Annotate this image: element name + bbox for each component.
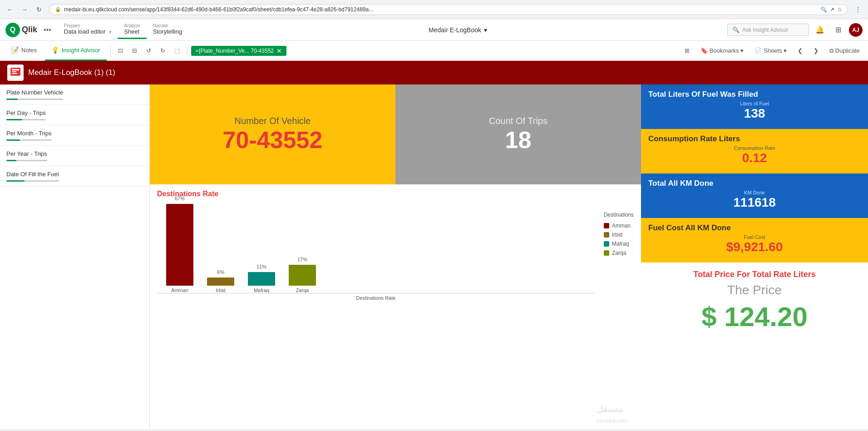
redo-button[interactable]: ↻ bbox=[157, 45, 169, 56]
browser-actions: ⋮ bbox=[852, 3, 864, 16]
url-text: medair-bi.eu.qlikcloud.com/sense/app/143… bbox=[64, 6, 818, 13]
filter-per-day[interactable]: Per Day - Trips bbox=[0, 105, 149, 125]
kpi-consumption-sub: Consumption Rate bbox=[648, 145, 861, 151]
search-icon: 🔍 bbox=[732, 26, 740, 33]
qlik-logo: Q Qlik bbox=[5, 23, 37, 37]
chart-x-label: Destinations Rate bbox=[157, 295, 595, 301]
bar-zarqa: 17% Zarqa bbox=[289, 265, 316, 293]
sidebar: Plate Number Vehicle Per Day - Trips Per… bbox=[0, 84, 150, 429]
filter-per-year[interactable]: Per Year - Trips bbox=[0, 146, 149, 166]
search-icon: 🔍 bbox=[820, 6, 827, 13]
selection-clear-button[interactable]: ✕ bbox=[276, 47, 282, 54]
kpi-consumption-value: 0.12 bbox=[648, 151, 861, 168]
lasso-select-button[interactable]: ⊡ bbox=[114, 45, 127, 56]
filter-per-month[interactable]: Per Month - Trips bbox=[0, 125, 149, 146]
total-price-value: $ 124.20 bbox=[648, 301, 861, 332]
selection-badge[interactable]: ={Plate_Number_Ve... 70-43552 ✕ bbox=[191, 46, 286, 56]
svg-rect-2 bbox=[12, 71, 16, 72]
vehicle-panel: Number Of Vehicle 70-43552 bbox=[150, 84, 395, 184]
browser-nav: ← → ↻ bbox=[4, 3, 45, 16]
undo-button[interactable]: ↺ bbox=[143, 45, 155, 56]
grid-toggle-button[interactable]: ⊞ bbox=[681, 45, 693, 56]
chart-bars: 67% Amman 6% Irbid bbox=[157, 203, 595, 293]
legend-irbid: Irbid bbox=[604, 232, 634, 238]
notes-icon: 📝 bbox=[11, 46, 19, 54]
toolbar-divider-1 bbox=[110, 45, 111, 56]
kpi-total-liters: Total Liters Of Fuel Was Filled Liters o… bbox=[641, 84, 868, 129]
kpi-fuel-cost-value: $9,921.60 bbox=[648, 240, 861, 257]
vehicle-value: 70-43552 bbox=[223, 126, 323, 154]
header-right: 🔍 Ask Insight Advisor 🔔 ⊞ AJ bbox=[727, 23, 863, 37]
kpi-total-liters-value: 138 bbox=[648, 106, 861, 124]
top-panels: Number Of Vehicle 70-43552 Count Of Trip… bbox=[150, 84, 641, 184]
search-bar[interactable]: 🔍 Ask Insight Advisor bbox=[727, 24, 809, 36]
insight-icon: 💡 bbox=[51, 46, 59, 54]
filter-plate-number[interactable]: Plate Number Vehicle bbox=[0, 84, 149, 105]
bookmarks-button[interactable]: 🔖 Bookmarks ▾ bbox=[697, 45, 747, 56]
notifications-button[interactable]: 🔔 bbox=[813, 23, 827, 37]
bar-chart: 67% Amman 6% Irbid bbox=[157, 203, 595, 423]
legend-zarqa: Zarqa bbox=[604, 250, 634, 256]
dropdown-icon: ▾ bbox=[484, 26, 487, 34]
app-title: Medair E-LogBook ▾ bbox=[188, 26, 727, 34]
sheet-header: Medair E-LogBook (1) (1) bbox=[0, 61, 868, 84]
back-button[interactable]: ← bbox=[4, 3, 16, 16]
kpi-total-km: Total All KM Done KM Done 111618 bbox=[641, 173, 868, 218]
star-icon: ☆ bbox=[837, 6, 842, 13]
qlik-app-name: Qlik bbox=[22, 25, 37, 35]
legend-title: Destinations bbox=[604, 212, 634, 218]
kpi-total-liters-sub: Liters of Fuel bbox=[648, 101, 861, 106]
more-options-button[interactable]: ••• bbox=[41, 24, 54, 36]
bar-irbid: 6% Irbid bbox=[207, 277, 234, 293]
svg-rect-1 bbox=[12, 69, 19, 70]
total-price-label: The Price bbox=[648, 283, 861, 297]
chart-area: Destinations Rate 67% Amman bbox=[150, 184, 641, 429]
nav-prepare[interactable]: Prepare Data load editor ▾ bbox=[58, 20, 118, 39]
chart-title: Destinations Rate bbox=[157, 190, 634, 198]
toolbar: 📝 Notes 💡 Insight Advisor ⊡ ⊟ ↺ ↻ ⬚ ={Pl… bbox=[0, 41, 868, 61]
nav-analyze[interactable]: Analyze Sheet bbox=[118, 20, 147, 39]
tab-notes[interactable]: 📝 Notes bbox=[5, 41, 43, 61]
share-icon: ↗ bbox=[830, 6, 834, 13]
right-panels: Total Liters Of Fuel Was Filled Liters o… bbox=[641, 84, 868, 429]
refresh-button[interactable]: ↻ bbox=[33, 3, 45, 16]
next-sheet-button[interactable]: ❯ bbox=[810, 45, 822, 56]
center-content: Number Of Vehicle 70-43552 Count Of Trip… bbox=[150, 84, 641, 429]
duplicate-button[interactable]: ⧉ Duplicate bbox=[826, 45, 863, 57]
prev-sheet-button[interactable]: ❮ bbox=[794, 45, 806, 56]
snap-button[interactable]: ⬚ bbox=[171, 45, 183, 56]
kpi-fuel-cost: Fuel Cost All KM Done Fuel Cost $9,921.6… bbox=[641, 218, 868, 263]
user-avatar[interactable]: AJ bbox=[849, 23, 863, 37]
kpi-total-km-title: Total All KM Done bbox=[648, 179, 861, 188]
address-bar[interactable]: 🔒 medair-bi.eu.qlikcloud.com/sense/app/1… bbox=[49, 4, 848, 15]
filter-date-fill-fuel[interactable]: Date Of Fill the Fuel bbox=[0, 166, 149, 187]
total-price-panel: Total Price For Total Rate Liters The Pr… bbox=[641, 263, 868, 429]
sheet-title: Medair E-LogBook (1) (1) bbox=[28, 68, 115, 77]
kpi-consumption-title: Consumption Rate Liters bbox=[648, 134, 861, 144]
qlik-q-letter: Q bbox=[10, 26, 15, 34]
total-price-title: Total Price For Total Rate Liters bbox=[648, 270, 861, 279]
kpi-total-liters-title: Total Liters Of Fuel Was Filled bbox=[648, 90, 861, 99]
vehicle-label: Number Of Vehicle bbox=[235, 116, 311, 126]
lock-icon: 🔒 bbox=[55, 6, 61, 12]
kpi-fuel-cost-title: Fuel Cost All KM Done bbox=[648, 223, 861, 233]
svg-rect-3 bbox=[12, 73, 17, 74]
legend-mafraq: Mafraq bbox=[604, 241, 634, 247]
trips-label: Count Of Trips bbox=[489, 116, 547, 126]
forward-button[interactable]: → bbox=[18, 3, 31, 16]
chart-legend: Destinations Amman Irbid Mafraq bbox=[604, 203, 634, 423]
sheets-button[interactable]: 📄 Sheets ▾ bbox=[751, 45, 790, 56]
trips-value: 18 bbox=[505, 126, 532, 154]
apps-grid-button[interactable]: ⊞ bbox=[831, 23, 845, 37]
toolbar-divider-2 bbox=[187, 45, 187, 56]
nav-narrate[interactable]: Narrate Storytelling bbox=[147, 20, 188, 39]
kpi-fuel-cost-sub: Fuel Cost bbox=[648, 234, 861, 240]
bar-amman: 67% Amman bbox=[166, 204, 193, 293]
region-select-button[interactable]: ⊟ bbox=[128, 45, 141, 56]
kpi-total-km-sub: KM Done bbox=[648, 190, 861, 195]
browser-menu-button[interactable]: ⋮ bbox=[852, 3, 864, 16]
selection-text: ={Plate_Number_Ve... 70-43552 bbox=[196, 48, 274, 54]
chart-container: 67% Amman 6% Irbid bbox=[157, 203, 634, 423]
watermark: مستقلmostaql.com bbox=[597, 403, 627, 425]
tab-insight-advisor[interactable]: 💡 Insight Advisor bbox=[45, 41, 107, 61]
